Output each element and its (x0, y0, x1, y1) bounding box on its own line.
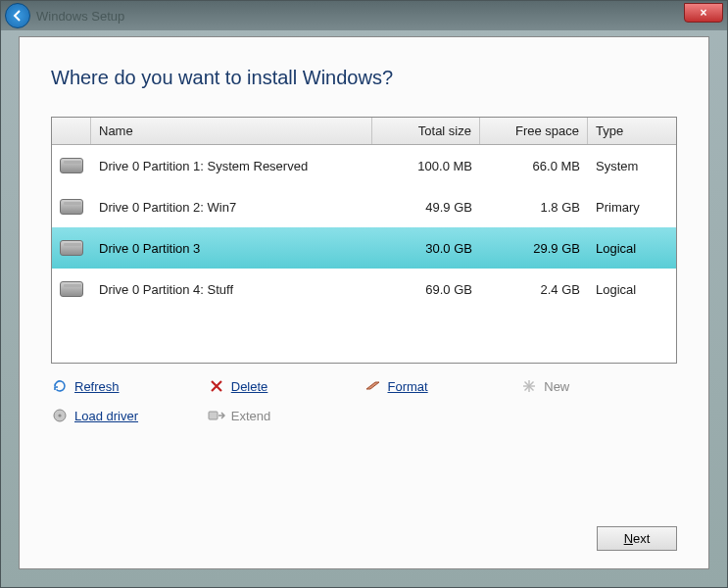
cell-free: 1.8 GB (480, 196, 588, 219)
format-label: Format (388, 379, 428, 394)
svg-point-5 (58, 414, 61, 416)
grid-header: Name Total size Free space Type (52, 118, 676, 145)
cell-total: 100.0 MB (372, 155, 480, 177)
cell-free: 29.9 GB (480, 237, 588, 260)
header-icon-col (52, 118, 91, 144)
header-name[interactable]: Name (91, 118, 372, 144)
cell-name: Drive 0 Partition 2: Win7 (91, 196, 372, 219)
drive-icon-cell (52, 277, 91, 301)
cell-name: Drive 0 Partition 4: Stuff (91, 278, 372, 301)
cell-type: Logical (588, 237, 676, 260)
header-free[interactable]: Free space (480, 118, 588, 144)
delete-label: Delete (231, 379, 268, 394)
refresh-icon (51, 377, 69, 395)
drive-icon-cell (52, 236, 91, 260)
page-title: Where do you want to install Windows? (51, 67, 677, 89)
extend-action: Extend (208, 407, 364, 424)
partition-row[interactable]: Drive 0 Partition 330.0 GB29.9 GBLogical (52, 227, 676, 269)
cell-type: Primary (588, 196, 676, 219)
cell-name: Drive 0 Partition 1: System Reserved (91, 155, 372, 177)
titlebar: Windows Setup × (1, 1, 727, 30)
new-icon (520, 377, 538, 395)
drive-icon (60, 240, 83, 256)
cell-name: Drive 0 Partition 3 (91, 237, 372, 260)
drive-icon-cell (52, 154, 91, 177)
window-title: Windows Setup (36, 9, 124, 24)
new-action: New (520, 377, 677, 395)
format-icon (364, 377, 382, 395)
new-label: New (544, 379, 569, 394)
load-driver-icon (51, 407, 69, 424)
drive-icon (60, 281, 83, 297)
extend-label: Extend (231, 409, 270, 423)
extend-icon (208, 407, 225, 424)
refresh-label: Refresh (74, 379, 120, 394)
cell-total: 30.0 GB (372, 237, 480, 260)
load-driver-action[interactable]: Load driver (51, 407, 208, 424)
footer: Next (51, 507, 677, 551)
partition-grid: Name Total size Free space Type Drive 0 … (51, 117, 677, 364)
cell-total: 69.0 GB (372, 278, 480, 301)
partition-row[interactable]: Drive 0 Partition 1: System Reserved100.… (52, 145, 676, 186)
window: Windows Setup × Where do you want to ins… (0, 0, 728, 588)
close-button[interactable]: × (684, 3, 723, 23)
back-arrow-icon (11, 9, 24, 23)
grid-body: Drive 0 Partition 1: System Reserved100.… (52, 145, 676, 310)
svg-rect-6 (209, 412, 218, 419)
drive-icon-cell (52, 195, 91, 219)
actions-bar: Refresh Delete Format New (51, 377, 677, 424)
back-button[interactable] (5, 3, 30, 28)
load-driver-label: Load driver (74, 409, 138, 423)
cell-free: 66.0 MB (480, 155, 588, 177)
next-button[interactable]: Next (597, 526, 677, 551)
content-panel: Where do you want to install Windows? Na… (19, 36, 709, 569)
format-action[interactable]: Format (364, 377, 521, 395)
drive-icon (60, 158, 83, 173)
header-total[interactable]: Total size (372, 118, 480, 144)
header-type[interactable]: Type (588, 118, 676, 144)
delete-action[interactable]: Delete (208, 377, 364, 395)
delete-icon (208, 377, 225, 395)
close-icon: × (700, 6, 706, 20)
grid-spacer (52, 310, 676, 363)
cell-total: 49.9 GB (372, 196, 480, 219)
partition-row[interactable]: Drive 0 Partition 2: Win749.9 GB1.8 GBPr… (52, 186, 676, 227)
refresh-action[interactable]: Refresh (51, 377, 208, 395)
drive-icon (60, 199, 83, 215)
cell-type: System (588, 155, 676, 177)
cell-type: Logical (588, 278, 676, 301)
partition-row[interactable]: Drive 0 Partition 4: Stuff69.0 GB2.4 GBL… (52, 269, 676, 310)
cell-free: 2.4 GB (480, 278, 588, 301)
